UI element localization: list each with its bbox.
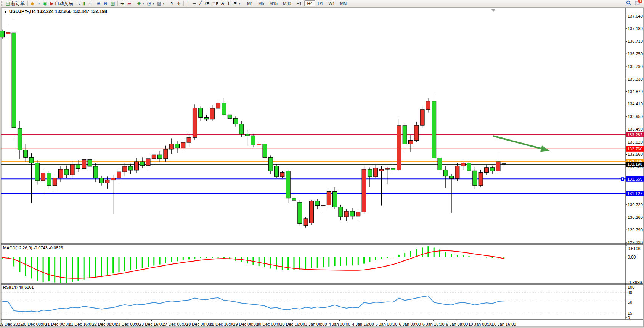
toolbar-separator (167, 1, 167, 6)
trendline-button[interactable]: ╱ (197, 0, 203, 6)
svg-text:0.6106: 0.6106 (628, 246, 641, 251)
svg-text:28 Dec 00:00: 28 Dec 00:00 (186, 322, 211, 326)
svg-text:5 Jan 08:00: 5 Jan 08:00 (376, 322, 398, 326)
crosshair-button[interactable]: ✛ (175, 0, 182, 6)
templates-button-dropdown-icon[interactable]: ▾ (163, 2, 164, 5)
search-icon[interactable] (626, 0, 631, 7)
candle (199, 108, 203, 117)
arrows-button[interactable]: ⚑▾ (231, 0, 242, 6)
timeframe-button-h1[interactable]: H1 (294, 0, 304, 6)
fibonacci-button[interactable]: ≣ꜰ (210, 0, 220, 6)
timeframe-button-m15[interactable]: M15 (267, 0, 280, 6)
candle (309, 201, 313, 223)
timeframe-button-mn[interactable]: MN (337, 0, 349, 6)
chart-dropdown-icon[interactable]: ▼ (4, 10, 7, 14)
macd-histogram-bar (346, 257, 347, 266)
candle (29, 157, 34, 163)
autotrading-button[interactable]: ▶自动交易 (48, 0, 74, 7)
crosshair-icon: ✛ (177, 1, 181, 6)
svg-text:6 Jan 16:00: 6 Jan 16:00 (422, 322, 445, 326)
chart-window: 137.640137.180136.710136.250135.790135.3… (0, 7, 644, 328)
timeframe-button-m30[interactable]: M30 (280, 0, 294, 6)
candle (111, 178, 115, 180)
macd-histogram-bar (136, 257, 137, 269)
candle (432, 101, 436, 158)
macd-histogram-bar (457, 255, 458, 257)
indicators-button-dropdown-icon[interactable]: ▾ (142, 2, 144, 5)
svg-text:129.790: 129.790 (628, 228, 643, 232)
macd-histogram-bar (19, 257, 20, 272)
chart-canvas[interactable]: 137.640137.180136.710136.250135.790135.3… (0, 7, 644, 328)
candle (403, 126, 407, 144)
templates-button[interactable]: ▧▾ (156, 0, 166, 6)
arrows-button-dropdown-icon[interactable]: ▾ (239, 2, 240, 5)
candle (356, 212, 360, 216)
horizontal-line-button[interactable]: ─ (191, 0, 198, 6)
macd-histogram-bar (188, 257, 190, 259)
macd-histogram-bar (369, 257, 370, 262)
new-order-icon: ▤ (6, 1, 10, 6)
new-order-button[interactable]: ▤新订单 (4, 0, 26, 7)
candle (35, 163, 39, 181)
toolbar-separator (27, 1, 28, 6)
periods-button-dropdown-icon[interactable]: ▾ (153, 2, 154, 5)
macd-histogram-bar (276, 257, 277, 269)
label-button[interactable]: T (226, 0, 231, 6)
macd-histogram-bar (148, 257, 149, 267)
candle (216, 103, 220, 108)
text-button[interactable]: A (220, 0, 226, 6)
macd-histogram-bar (25, 257, 26, 276)
timeframe-button-w1[interactable]: W1 (326, 0, 338, 6)
auto-scroll-button[interactable]: ⇥ (119, 0, 126, 6)
timeframe-button-h4[interactable]: H4 (304, 0, 315, 6)
candle (181, 142, 185, 148)
toolbar-grip[interactable] (1, 1, 3, 6)
line-chart-button[interactable]: ≈ (87, 0, 93, 6)
svg-text:136.710: 136.710 (628, 39, 643, 44)
svg-text:133.950: 133.950 (628, 114, 643, 119)
line-chart-icon: ≈ (88, 1, 91, 6)
periods-button[interactable]: ◷▾ (145, 0, 156, 6)
svg-text:135.790: 135.790 (628, 64, 643, 69)
timeframe-button-m5[interactable]: M5 (255, 0, 267, 6)
macd-histogram-bar (287, 257, 289, 270)
notifications-icon[interactable]: 1 (634, 0, 640, 7)
cursor-button[interactable]: ↖ (169, 0, 175, 6)
navigator-icon[interactable]: ◉ (42, 0, 48, 6)
macd-histogram-bar (159, 257, 161, 265)
candle (327, 192, 331, 205)
svg-text:133.490: 133.490 (628, 127, 643, 131)
rsi-indicator-label: RSI(14) 49.5161 (3, 285, 34, 289)
svg-text:23 Dec 16:00: 23 Dec 16:00 (139, 322, 164, 326)
data-window-icon[interactable]: ◔ (36, 0, 42, 6)
candle (304, 219, 308, 226)
chart-shift-button[interactable]: ⇤ (126, 0, 133, 6)
bar-chart-button[interactable]: ⫶ (77, 0, 82, 6)
indicators-button[interactable]: ✚▾ (135, 0, 145, 6)
zoom-in-button[interactable]: ⊕ (95, 0, 102, 6)
cursor-icon: ↖ (170, 1, 174, 6)
candle (414, 125, 419, 140)
candle (152, 155, 156, 159)
macd-histogram-bar (451, 254, 452, 257)
market-watch-icon[interactable]: ◆ (29, 0, 35, 6)
timeframe-button-d1[interactable]: D1 (315, 0, 326, 6)
candle (292, 198, 296, 200)
macd-histogram-bar (66, 257, 67, 283)
equidistant-channel-button[interactable]: ⫽ᴇ (203, 0, 210, 6)
zoom-out-button[interactable]: ⊖ (102, 0, 109, 6)
svg-text:135.330: 135.330 (628, 77, 643, 81)
candle (391, 168, 395, 170)
support-line-1-handle[interactable] (621, 178, 624, 180)
timeframe-button-m1[interactable]: M1 (244, 0, 255, 6)
candle (88, 159, 92, 166)
chart-title: ▼USDJPY-,H4 132.224 132.266 132.147 132.… (4, 9, 107, 14)
candle (228, 115, 232, 118)
macd-histogram-bar (89, 257, 90, 278)
macd-histogram-bar (259, 257, 260, 266)
tile-windows-button[interactable]: ▦ (109, 0, 116, 6)
main-toolbar: ▤新订单◆◔◉▶自动交易⫶▮≈⊕⊖▦⇥⇤✚▾◷▾▧▾↖✛│─╱⫽ᴇ≣ꜰAT⚑▾ … (0, 0, 644, 7)
candlestick-chart-button[interactable]: ▮ (82, 0, 87, 6)
candle (484, 168, 488, 173)
vertical-line-button[interactable]: │ (185, 0, 191, 6)
